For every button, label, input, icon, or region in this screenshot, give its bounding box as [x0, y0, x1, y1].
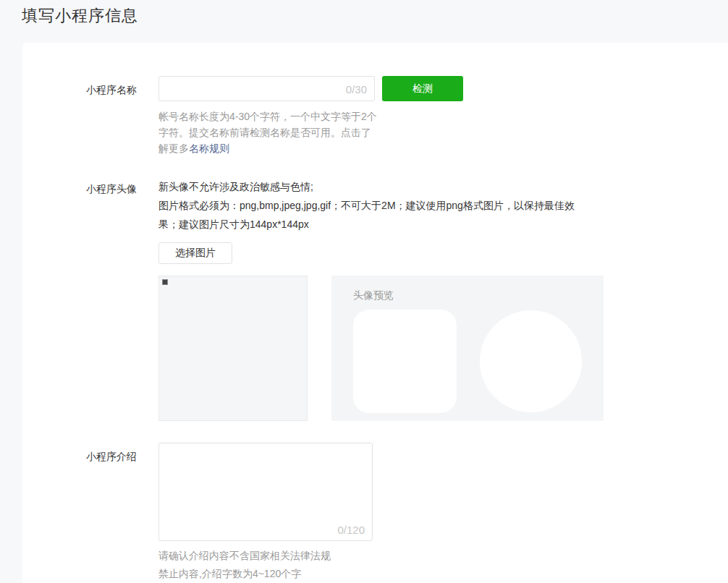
page-title: 填写小程序信息 — [0, 0, 728, 29]
name-input[interactable] — [159, 77, 374, 101]
mini-program-avatar-row: 小程序头像 新头像不允许涉及政治敏感与色情; 图片格式必须为：png,bmp,j… — [86, 175, 728, 421]
intro-helper-text: 请确认介绍内容不含国家相关法律法规 禁止内容,介绍字数为4~120个字 — [158, 547, 728, 583]
form-card: 小程序名称 0/30 检测 帐号名称长度为4-30个字符，一个中文字等于2个字符… — [22, 43, 728, 583]
name-input-wrap: 0/30 — [158, 76, 375, 101]
avatar-label: 小程序头像 — [86, 175, 158, 196]
avatar-upload-box[interactable] — [158, 276, 308, 421]
avatar-rules-text: 新头像不允许涉及政治敏感与色情; 图片格式必须为：png,bmp,jpeg,jp… — [158, 175, 594, 234]
intro-label: 小程序介绍 — [86, 443, 158, 464]
mini-program-name-row: 小程序名称 0/30 检测 帐号名称长度为4-30个字符，一个中文字等于2个字符… — [86, 76, 728, 156]
intro-helper-line1: 请确认介绍内容不含国家相关法律法规 — [158, 550, 331, 561]
name-rules-link[interactable]: 名称规则 — [189, 142, 229, 154]
name-helper-text: 帐号名称长度为4-30个字符，一个中文字等于2个字符。提交名称前请检测名称是否可… — [158, 108, 378, 156]
avatar-preview-square — [353, 310, 457, 413]
avatar-preview-title: 头像预览 — [353, 289, 582, 302]
avatar-rule-line2: 图片格式必须为：png,bmp,jpeg,jpg,gif；不可大于2M；建议使用… — [158, 200, 575, 230]
name-label: 小程序名称 — [86, 76, 158, 97]
intro-char-counter: 0/120 — [337, 524, 365, 536]
avatar-preview-panel: 头像预览 — [331, 276, 604, 421]
broken-image-icon — [162, 279, 168, 285]
choose-image-button[interactable]: 选择图片 — [158, 242, 232, 264]
avatar-preview-circle — [480, 310, 582, 412]
avatar-rule-line1: 新头像不允许涉及政治敏感与色情; — [158, 181, 313, 192]
name-char-counter: 0/30 — [346, 82, 367, 95]
mini-program-intro-row: 小程序介绍 0/120 请确认介绍内容不含国家相关法律法规 禁止内容,介绍字数为… — [86, 443, 728, 583]
intro-textarea-wrap: 0/120 — [158, 443, 373, 541]
check-name-button[interactable]: 检测 — [382, 76, 463, 101]
intro-helper-line2: 禁止内容,介绍字数为4~120个字 — [158, 568, 301, 579]
